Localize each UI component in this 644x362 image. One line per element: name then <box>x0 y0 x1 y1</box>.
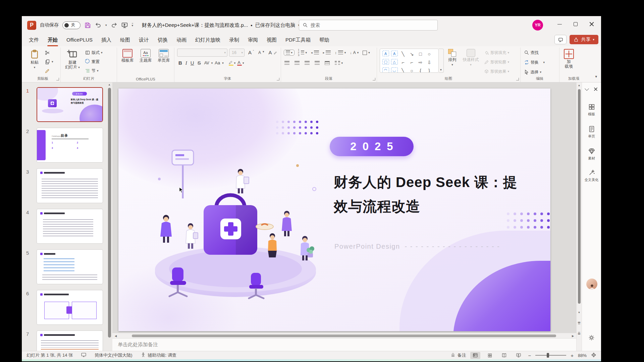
shape-icon[interactable]: ╲ <box>399 50 408 58</box>
page-library-button[interactable]: 单页库 <box>156 49 171 63</box>
replace-button[interactable]: 替换▾ <box>523 58 546 66</box>
zoom-out-button[interactable]: − <box>528 353 531 358</box>
distribute-button[interactable] <box>324 59 330 67</box>
zoom-slider[interactable] <box>535 355 566 356</box>
shape-icon[interactable]: ⇨ <box>416 58 425 66</box>
align-left-button[interactable] <box>284 59 290 67</box>
layout-button[interactable]: 版式▾ <box>84 49 103 57</box>
slide-thumbnail-6[interactable] <box>37 290 103 325</box>
horizontal-scrollbar[interactable]: ◀ ▶ <box>112 333 576 338</box>
search-input[interactable] <box>311 22 434 28</box>
year-badge[interactable]: 2025 <box>330 137 414 156</box>
grow-font-button[interactable]: Aˆ <box>246 49 255 57</box>
new-slide-button[interactable]: 新建 幻灯片 ▾ <box>63 49 82 70</box>
shape-icon[interactable]: △ <box>391 59 398 65</box>
justify-button[interactable] <box>314 59 320 67</box>
tab-insert[interactable]: 插入 <box>97 34 116 46</box>
clipboard-dialog-launcher-icon[interactable] <box>56 78 59 80</box>
close-button[interactable] <box>584 18 600 30</box>
addins-button[interactable]: 加载项 <box>562 49 576 69</box>
vertical-scrollbar-thumb[interactable] <box>578 89 581 304</box>
slide-thumbnail-7[interactable] <box>37 330 103 351</box>
normal-view-button[interactable] <box>470 352 480 359</box>
shape-icon[interactable]: ⇩ <box>425 58 434 66</box>
customize-qat-icon[interactable]: ▾ <box>132 23 133 27</box>
scroll-down-icon[interactable]: ▼ <box>577 311 582 314</box>
user-avatar[interactable]: YR <box>532 20 543 31</box>
shape-gallery[interactable]: AA╲↘□○ ▢△⌐⌐⇨⇩ ◠◡╲○{} <box>380 49 439 73</box>
tab-transitions[interactable]: 切换 <box>153 34 172 46</box>
italic-button[interactable]: I <box>184 59 189 67</box>
shape-icon[interactable]: ○ <box>408 66 416 73</box>
scroll-left-icon[interactable]: ◀ <box>113 334 118 338</box>
underline-button[interactable]: U <box>189 59 196 67</box>
columns-button[interactable]: ▾ <box>334 59 344 67</box>
shape-icon[interactable]: } <box>425 66 434 73</box>
tab-pdf-tools[interactable]: PDF工具箱 <box>281 34 315 46</box>
zoom-level[interactable]: 88% <box>578 353 587 358</box>
shape-icon[interactable]: ↘ <box>408 50 416 58</box>
pane-close-icon[interactable] <box>594 87 597 91</box>
panel-scroll-up-icon[interactable]: ▲ <box>107 83 111 86</box>
shape-icon[interactable]: ○ <box>425 50 434 58</box>
slide-canvas[interactable]: 2025 财务人的 Deep Seek 课：提 效与流程改造 PowerPoin… <box>118 88 550 331</box>
numbering-button[interactable]: 123▾ <box>297 49 308 57</box>
slide-thumbnail-1[interactable]: 2025 财务人的 Deep Seek 课：提效与流程改造 <box>37 87 103 122</box>
shape-icon[interactable]: ⌐ <box>408 58 416 66</box>
tab-file[interactable]: 文件 <box>24 34 43 46</box>
tab-draw[interactable]: 绘图 <box>116 34 135 46</box>
vertical-scrollbar[interactable]: ▲ ▼ ⇈ ⇊ <box>576 82 582 351</box>
pane-collapse-icon[interactable] <box>585 86 589 91</box>
slide-thumbnail-5[interactable] <box>37 249 103 284</box>
tab-review[interactable]: 审阅 <box>244 34 262 46</box>
template-library-button[interactable]: 模板库 <box>120 49 135 63</box>
shrink-font-button[interactable]: A▾ <box>256 49 265 57</box>
slide-thumbnail-3[interactable] <box>37 168 103 203</box>
save-button[interactable] <box>84 22 91 29</box>
maximize-button[interactable] <box>568 18 584 30</box>
decrease-indent-button[interactable]: ◂ <box>310 49 320 57</box>
slide-thumbnail-4[interactable] <box>37 209 103 244</box>
reset-button[interactable]: 重置 <box>84 58 103 66</box>
slide-thumbnail-2[interactable]: Catalogue目录 1 2 3 4 <box>37 128 103 163</box>
shape-icon[interactable]: □ <box>416 50 425 58</box>
slide-subtitle[interactable]: PowerPoint Design- - - - - - - - - - - -… <box>334 243 500 250</box>
saved-status[interactable]: 已保存到这台电脑 <box>255 22 296 28</box>
previous-slide-icon[interactable]: ⇈ <box>577 321 582 325</box>
font-dialog-launcher-icon[interactable] <box>277 78 279 80</box>
language-indicator[interactable]: 简体中文(中国大陆) <box>95 352 132 358</box>
align-text-button[interactable]: ▾ <box>362 49 371 57</box>
minimize-button[interactable] <box>551 18 568 30</box>
tab-record[interactable]: 录制 <box>225 34 244 46</box>
shape-icon[interactable]: A <box>382 51 389 56</box>
text-direction-button[interactable]: ↓A▾ <box>349 49 359 57</box>
copy-button[interactable]: ▾ <box>44 58 54 66</box>
section-button[interactable]: 节▾ <box>84 67 103 75</box>
assistant-avatar[interactable] <box>586 279 597 290</box>
horizontal-scrollbar-thumb[interactable] <box>132 335 556 337</box>
tab-home[interactable]: 开始 <box>43 34 62 46</box>
tab-slideshow[interactable]: 幻灯片放映 <box>191 34 225 46</box>
shape-icon[interactable]: ◡ <box>391 67 398 73</box>
tab-design[interactable]: 设计 <box>135 34 153 46</box>
scroll-right-icon[interactable]: ▶ <box>570 334 576 338</box>
fit-to-window-icon[interactable] <box>591 352 596 359</box>
undo-dropdown-icon[interactable]: ▾ <box>105 23 107 27</box>
share-button[interactable]: 共享 ▾ <box>570 35 598 44</box>
slideshow-view-button[interactable] <box>514 352 524 359</box>
align-right-button[interactable] <box>304 59 310 67</box>
accessibility-status[interactable]: 辅助功能: 调查 <box>148 352 176 358</box>
change-case-button[interactable]: Aa <box>213 59 221 67</box>
drawing-dialog-launcher-icon[interactable] <box>516 78 519 80</box>
shape-icon[interactable]: ⌐ <box>399 58 408 66</box>
slide-title-line2[interactable]: 效与流程改造 <box>334 197 420 216</box>
slide-counter[interactable]: 幻灯片 第 1 张, 共 14 张 <box>26 352 73 358</box>
highlight-color-button[interactable] <box>228 60 233 66</box>
character-spacing-button[interactable]: AV <box>203 59 211 67</box>
panel-scrollbar-thumb[interactable] <box>108 88 111 338</box>
next-slide-icon[interactable]: ⇊ <box>577 331 582 336</box>
search-box[interactable] <box>299 20 438 31</box>
zoom-in-button[interactable]: + <box>571 353 574 358</box>
rail-item-beautify[interactable]: 全文美化 <box>582 169 601 182</box>
rail-item-pages[interactable]: 单页 <box>582 125 601 139</box>
